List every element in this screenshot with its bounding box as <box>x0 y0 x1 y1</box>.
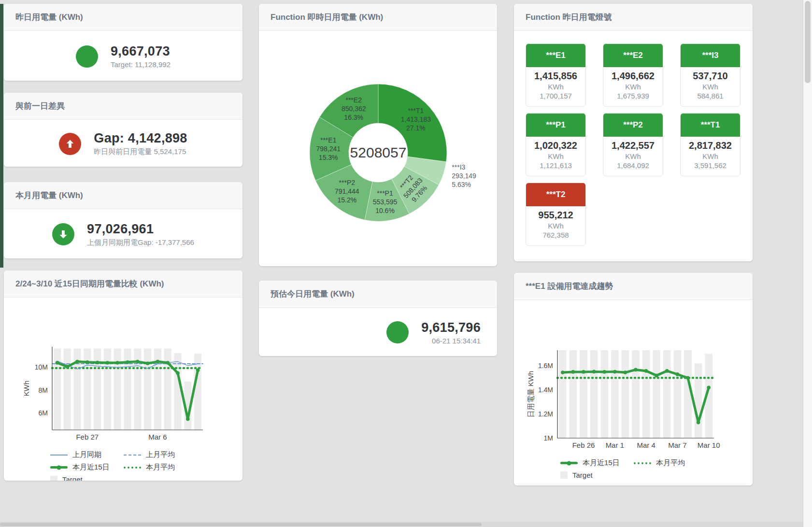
svg-text:Feb 27: Feb 27 <box>76 433 99 441</box>
estimate-timestamp: 06-21 15:34:41 <box>421 337 481 345</box>
tile-status-header: ***P2 <box>603 114 663 137</box>
tile-unit: KWh <box>681 152 740 160</box>
tile-body: 1,020,322KWh1,121,613 <box>526 137 585 170</box>
legend-swatch-icon <box>50 466 68 469</box>
panel-status-lights: Function 昨日用電燈號 ***E11,415,856KWh1,700,1… <box>514 4 753 261</box>
tile-target-value: 762,358 <box>526 231 585 239</box>
legend-item[interactable]: 本月平均 <box>634 458 707 468</box>
panel-title: 本月用電量 (KWh) <box>4 182 242 209</box>
tile-body: 1,422,557KWh1,684,092 <box>603 137 663 170</box>
svg-text:Mar 4: Mar 4 <box>637 441 655 449</box>
tile-value: 1,415,856 <box>526 71 585 82</box>
svg-text:8M: 8M <box>39 386 48 394</box>
tile-unit: KWh <box>603 83 663 91</box>
panel-realtime-donut: Function 即時日用電量 (KWh) ***T11,413,18327.1… <box>259 4 497 266</box>
tile-value: 1,422,557 <box>603 140 663 151</box>
status-tile: ***P21,422,557KWh1,684,092 <box>603 113 663 176</box>
tile-body: 1,496,662KWh1,675,939 <box>603 67 663 100</box>
panel-title: Function 昨日用電燈號 <box>514 4 753 31</box>
estimate-value: 9,615,796 <box>421 320 481 335</box>
tile-value: 1,020,322 <box>526 140 585 151</box>
panel-today-estimate: 預估今日用電量 (KWh) 9,615,796 06-21 15:34:41 <box>259 281 497 356</box>
svg-text:日用電量 KWh: 日用電量 KWh <box>527 371 535 418</box>
status-tile: ***T12,817,832KWh3,591,562 <box>680 113 741 176</box>
legend-swatch-icon <box>560 462 578 464</box>
legend-item[interactable]: Target <box>560 471 634 479</box>
tile-unit: KWh <box>603 152 663 160</box>
compare-chart-legend: 上月同期上月平均本月近15日本月平均Target <box>50 450 205 481</box>
scrollbar-thumb[interactable] <box>805 1 811 83</box>
tile-value: 537,710 <box>681 71 740 82</box>
yesterday-usage-value: 9,667,073 <box>111 44 171 59</box>
legend-label: Target <box>62 475 83 481</box>
legend-label: 本月平均 <box>656 458 685 468</box>
arrow-up-circle-icon <box>59 133 81 155</box>
panel-15day-compare: 2/24~3/10 近15日同期用電量比較 (KWh) 6M8M10MFeb 2… <box>4 271 242 481</box>
tile-status-header: ***I3 <box>681 44 740 67</box>
compare-line-chart: 6M8M10MFeb 27Mar 6KWh <box>21 344 224 443</box>
tile-body: 1,415,856KWh1,700,157 <box>526 67 585 100</box>
day-gap-value: Gap: 4,142,898 <box>94 131 187 146</box>
legend-swatch-icon <box>634 462 651 464</box>
tile-target-value: 1,700,157 <box>526 92 585 100</box>
status-tile: ***P11,020,322KWh1,121,613 <box>526 113 586 176</box>
svg-text:***I3293,1495.63%: ***I3293,1495.63% <box>452 163 476 188</box>
svg-text:Mar 6: Mar 6 <box>148 433 167 441</box>
svg-text:1.6M: 1.6M <box>538 362 553 370</box>
tile-status-header: ***E1 <box>526 44 585 67</box>
legend-label: 上月平均 <box>146 450 175 459</box>
tile-target-value: 1,675,939 <box>603 92 663 100</box>
legend-swatch-icon <box>124 455 141 456</box>
panel-month-usage: 本月用電量 (KWh) 97,026,961 上個月同期用電Gap: -17,3… <box>4 182 242 258</box>
legend-label: 本月近15日 <box>583 458 620 468</box>
panel-title: 預估今日用電量 (KWh) <box>259 281 497 308</box>
status-tile: ***T2955,212KWh762,358 <box>526 183 586 246</box>
tile-body: 955,212KWh762,358 <box>526 206 585 239</box>
tile-status-header: ***E2 <box>603 44 663 67</box>
legend-item[interactable]: 本月平均 <box>124 463 197 472</box>
legend-label: 上月同期 <box>72 450 101 459</box>
panel-yesterday-usage: 昨日用電量 (KWh) 9,667,073 Target: 11,128,992 <box>4 4 242 81</box>
tile-status-header: ***P1 <box>526 114 585 137</box>
legend-label: 本月平均 <box>146 463 175 472</box>
yesterday-usage-target: Target: 11,128,992 <box>111 60 171 69</box>
legend-item[interactable]: 上月平均 <box>124 450 197 459</box>
svg-text:Mar 7: Mar 7 <box>668 441 686 449</box>
realtime-usage-donut-chart: ***T11,413,18327.1%***I3293,1495.63%***T… <box>259 31 497 266</box>
tile-value: 1,496,662 <box>603 71 663 82</box>
vertical-scrollbar[interactable] <box>803 0 812 527</box>
svg-text:1.2M: 1.2M <box>538 410 553 418</box>
horizontal-scrollbar[interactable] <box>0 522 803 527</box>
month-usage-gap: 上個月同期用電Gap: -17,377,566 <box>87 238 194 247</box>
legend-swatch-icon <box>124 467 141 469</box>
status-circle-icon <box>386 321 409 343</box>
trend-chart-legend: 本月近15日本月平均Target <box>560 458 715 479</box>
tile-target-value: 1,121,613 <box>526 161 585 170</box>
tile-unit: KWh <box>526 152 585 160</box>
tile-body: 537,710KWh584,861 <box>681 67 740 100</box>
svg-text:1M: 1M <box>544 434 553 442</box>
month-usage-value: 97,026,961 <box>87 222 194 237</box>
tile-status-header: ***T1 <box>681 114 740 137</box>
tile-status-header: ***T2 <box>526 183 585 206</box>
svg-text:5208057: 5208057 <box>350 144 407 160</box>
tile-unit: KWh <box>526 222 585 230</box>
trend-line-chart: 1M1.2M1.4M1.6MFeb 26Mar 1Mar 4Mar 7Mar 1… <box>526 347 733 452</box>
tile-body: 2,817,832KWh3,591,562 <box>681 137 740 170</box>
svg-text:6M: 6M <box>39 409 48 417</box>
scrollbar-thumb[interactable] <box>0 523 482 526</box>
tile-unit: KWh <box>526 83 585 91</box>
legend-item[interactable]: 本月近15日 <box>560 458 634 468</box>
legend-swatch-icon <box>50 455 68 456</box>
tile-target-value: 3,591,562 <box>681 161 740 170</box>
legend-swatch-icon <box>560 471 568 479</box>
legend-swatch-icon <box>50 476 57 481</box>
tile-target-value: 584,861 <box>681 92 740 100</box>
svg-text:KWh: KWh <box>22 381 30 397</box>
legend-item[interactable]: 上月同期 <box>50 450 124 459</box>
arrow-down-circle-icon <box>52 223 74 245</box>
panel-title: 2/24~3/10 近15日同期用電量比較 (KWh) <box>4 271 242 298</box>
legend-item[interactable]: Target <box>50 475 124 481</box>
legend-item[interactable]: 本月近15日 <box>50 463 124 472</box>
svg-text:10M: 10M <box>35 363 48 371</box>
